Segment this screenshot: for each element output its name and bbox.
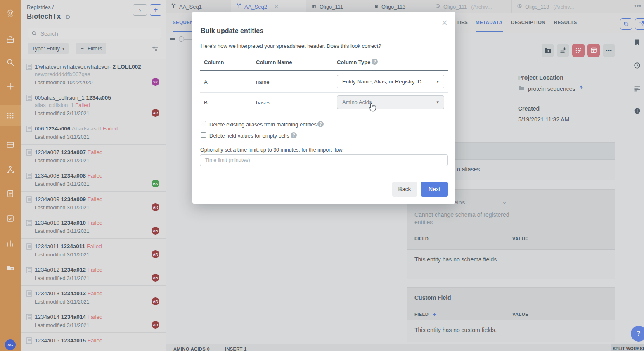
entity-last-modified: Last modified 3/11/2021 — [35, 322, 160, 329]
tab-metadata-label: METADATA — [476, 20, 502, 25]
close-icon[interactable]: ✕ — [441, 18, 448, 28]
entity-title-segment: 1234a010 — [61, 220, 88, 226]
adjust-fields-button[interactable] — [557, 44, 569, 57]
create-entity-button[interactable]: + — [150, 4, 161, 16]
tab-description[interactable]: DESCRIPTION — [511, 20, 545, 25]
upload-icon[interactable] — [578, 85, 584, 92]
view-settings-icon[interactable] — [152, 45, 158, 54]
next-button[interactable]: Next — [421, 182, 448, 197]
split-workspace-button[interactable]: SPLIT WORKSPACE — [611, 344, 644, 351]
filters-label: Filters — [88, 45, 102, 52]
entity-list-item[interactable]: 1'whatever,whatever,whatever- 2 LOLL002 … — [21, 59, 166, 90]
close-tab-icon[interactable]: ✕ — [274, 4, 279, 10]
entity-list-item[interactable]: 1234a009 1234a009 Failed Last modified 3… — [21, 192, 166, 215]
create-icon[interactable] — [0, 76, 21, 97]
entity-list-item[interactable]: 006 1234a006 Abadscasdf Failed Last modi… — [21, 121, 166, 145]
delete-aliases-checkbox[interactable] — [201, 121, 206, 126]
zoom-out-icon[interactable] — [170, 38, 175, 40]
tab-entities[interactable]: TIES — [457, 20, 468, 25]
more-options-button[interactable]: ••• — [603, 44, 615, 57]
help-button[interactable]: ? — [631, 326, 644, 342]
notebook-icon[interactable] — [0, 183, 21, 204]
move-to-folder-button[interactable] — [542, 44, 554, 57]
footer-divider — [192, 175, 455, 175]
tab-metadata[interactable]: METADATA — [476, 20, 502, 25]
entity-last-modified: Last modified 3/11/2021 — [35, 110, 160, 117]
row-b-type-select[interactable]: Amino Acids ▾ — [337, 95, 444, 109]
user-avatar[interactable]: AG — [5, 339, 16, 350]
duplicate-view-button[interactable] — [620, 18, 632, 30]
inventory-icon[interactable] — [0, 135, 21, 155]
entity-title-segment: 1234a014 — [61, 314, 88, 320]
modal-title: Bulk update entities — [201, 27, 263, 35]
entity-list-item[interactable]: 1234a010 1234a010 Failed Last modified 3… — [21, 215, 166, 239]
help-icon[interactable]: ? — [317, 121, 324, 127]
entity-list-item[interactable]: 1234a013 1234a013 Failed Last modified 3… — [21, 286, 166, 309]
open-external-button[interactable] — [635, 18, 644, 30]
tab-type-icon — [236, 3, 242, 10]
filters-chip[interactable]: Filters — [76, 43, 106, 54]
entity-list-item[interactable]: 1234a014 1234a014 Failed Last modified 3… — [21, 309, 166, 333]
recent-icon[interactable] — [634, 62, 641, 71]
tab-type-icon — [171, 3, 176, 10]
registry-icon[interactable] — [0, 105, 21, 126]
entity-owner-avatar: AR — [152, 227, 159, 235]
entity-list-item[interactable]: 1234a012 1234a012 Failed Last modified 3… — [21, 262, 166, 286]
expand-panel-button[interactable]: › — [133, 4, 147, 16]
tab-oligo_113-archived[interactable]: Oligo_113 (Archiv... — [512, 0, 591, 13]
zoom-slider-knob[interactable] — [179, 36, 184, 42]
entity-title: 1234a008 1234a008 Failed — [35, 172, 160, 180]
workflows-icon[interactable] — [0, 159, 21, 180]
notes-icon[interactable] — [634, 85, 641, 94]
registry-settings-gear-icon[interactable]: ⚙ — [65, 14, 71, 20]
entity-list-item[interactable]: 1234a008 1234a008 Failed Last modified 3… — [21, 168, 166, 192]
search-icon[interactable] — [0, 52, 21, 73]
delete-empty-cells-checkbox[interactable] — [201, 132, 206, 138]
time-limit-input[interactable] — [200, 154, 448, 166]
back-button[interactable]: Back — [392, 182, 417, 197]
tab-results[interactable]: RESULTS — [554, 20, 577, 25]
entity-doc-icon — [26, 95, 32, 103]
requests-icon[interactable] — [0, 208, 21, 229]
type-filter-chip[interactable]: Type: Entity ▾ — [28, 43, 69, 54]
entity-list-item[interactable]: 005alias_collision_1 1234a005 alias_coll… — [21, 90, 166, 121]
projects-icon[interactable] — [0, 29, 21, 50]
insights-icon[interactable] — [0, 233, 21, 254]
registry-panel-header: Registries / BiotechTx ⚙ › + Type: Entit… — [21, 0, 166, 59]
amino-acids-counter[interactable]: AMINO ACIDS 0 — [173, 346, 210, 351]
benchling-logo-icon[interactable] — [0, 3, 21, 24]
row-b-type-value: Amino Acids — [342, 99, 372, 105]
share-icon — [638, 21, 644, 27]
archive-button[interactable] — [587, 44, 600, 57]
row-a-type-select[interactable]: Entity Name, Alias, or Registry ID ▾ — [337, 75, 444, 88]
more-tabs-icon[interactable]: ••• — [634, 2, 642, 9]
zoom-slider[interactable] — [170, 36, 193, 42]
search-input[interactable] — [40, 30, 158, 37]
project-location-value[interactable]: protein sequences — [528, 85, 575, 92]
add-custom-field-icon[interactable]: + — [433, 312, 436, 316]
help-icon[interactable]: ? — [291, 132, 297, 138]
entity-list-item[interactable]: 1234a007 1234a007 Failed Last modified 3… — [21, 145, 166, 168]
storage-icon[interactable] — [0, 258, 21, 278]
insert-counter[interactable]: INSERT 1 — [225, 346, 247, 351]
row-b-name: bases — [256, 100, 270, 106]
info-icon[interactable] — [634, 107, 641, 116]
breadcrumb[interactable]: Registries / — [27, 4, 54, 10]
tab-archived-suffix: (Archiv... — [471, 4, 492, 10]
entity-title-segment: Failed — [88, 149, 103, 155]
entity-title: 1234a015 1234a015 Failed — [35, 337, 160, 344]
entity-owner-avatar: AR — [152, 203, 159, 211]
custom-field-card: Custom Field FIELD + VALUE This entity h… — [407, 287, 615, 342]
status-divider — [216, 344, 216, 351]
table-header-divider — [200, 70, 448, 71]
entity-list-item[interactable]: 1234a015 1234a015 Failed — [21, 333, 166, 348]
entity-list-item[interactable]: 1234a011 1234a011 Failed Last modified 3… — [21, 239, 166, 262]
schema-empty-row: This entity has no schema fields. — [407, 249, 615, 279]
caret-down-icon: ▾ — [436, 79, 439, 84]
entity-doc-icon — [26, 290, 32, 299]
bookmark-icon[interactable] — [634, 39, 641, 47]
registry-grid-button[interactable] — [572, 44, 585, 57]
tab-type-icon — [311, 3, 317, 10]
help-icon[interactable]: ? — [372, 59, 378, 65]
entity-title-segment: 1234a015 — [35, 337, 61, 344]
